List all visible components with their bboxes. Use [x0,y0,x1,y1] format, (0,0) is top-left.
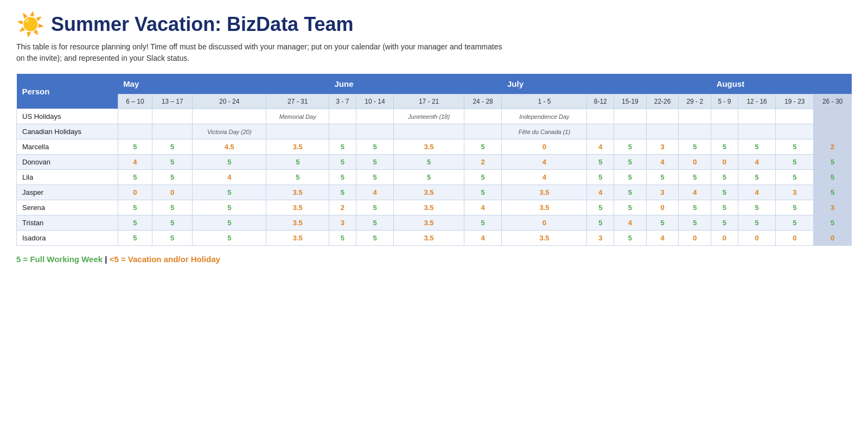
cell-donovan-6: 5 [394,155,464,170]
person-name-tristan: Tristan [17,215,118,231]
cell-donovan-10: 5 [614,155,647,170]
legend: 5 = Full Working Week | <5 = Vacation an… [16,255,852,264]
legend-partial: <5 = Vacation and/or Holiday [110,255,220,264]
cell-jasper-7: 5 [464,185,502,200]
cell-lila-0: 5 [118,170,152,185]
cell-donovan-13: 0 [711,155,738,170]
cell-jasper-11: 3 [646,185,679,200]
us-h-6 [356,109,394,124]
cell-tristan-8: 0 [502,215,587,231]
legend-separator: | [105,255,109,264]
person-row-serena: Serena5553.5253.543.555055553 [17,200,852,215]
cell-marcella-9: 4 [587,139,614,155]
ca-h-2 [152,124,193,139]
cell-serena-8: 3.5 [502,200,587,215]
week-17-21: 17 - 21 [394,94,464,109]
cell-lila-6: 5 [394,170,464,185]
cell-donovan-1: 5 [152,155,193,170]
week-15-19: 15-19 [614,94,647,109]
cell-isadora-7: 4 [464,231,502,246]
ca-h-5 [329,124,356,139]
person-row-donovan: Donovan45555552455400455 [17,155,852,170]
person-header: Person [17,74,118,109]
month-header-row: Person May June July August [17,74,852,94]
cell-jasper-10: 5 [614,185,647,200]
cell-tristan-4: 3 [329,215,356,231]
cell-tristan-1: 5 [152,215,193,231]
cell-jasper-8: 3.5 [502,185,587,200]
cell-lila-8: 4 [502,170,587,185]
cell-marcella-7: 5 [464,139,502,155]
cell-isadora-9: 3 [587,231,614,246]
cell-donovan-14: 4 [738,155,776,170]
cell-tristan-0: 5 [118,215,152,231]
us-h-2 [152,109,193,124]
cell-isadora-14: 0 [738,231,776,246]
cell-serena-4: 2 [329,200,356,215]
us-h-7: Juneteenth (18) [394,109,464,124]
week-20-24: 20 - 24 [193,94,266,109]
august-header: August [711,74,852,94]
cell-serena-10: 5 [614,200,647,215]
cell-jasper-4: 5 [329,185,356,200]
cell-jasper-5: 4 [356,185,394,200]
week-8-12: 8-12 [587,94,614,109]
ca-h-15 [738,124,776,139]
cell-jasper-1: 0 [152,185,193,200]
week-6-10: 6 – 10 [118,94,152,109]
us-h-5 [329,109,356,124]
cell-tristan-13: 5 [711,215,738,231]
legend-full: 5 = Full Working Week [16,255,103,264]
person-row-jasper: Jasper0053.5543.553.545345435 [17,185,852,200]
us-holidays-label: US Holidays [17,109,118,124]
cell-serena-0: 5 [118,200,152,215]
cell-serena-9: 5 [587,200,614,215]
page-header: ☀️ Summer Vacation: BizData Team [16,13,852,36]
cell-tristan-7: 5 [464,215,502,231]
cell-donovan-4: 5 [329,155,356,170]
person-row-tristan: Tristan5553.5353.55054555555 [17,215,852,231]
june-header: June [329,74,502,94]
person-name-jasper: Jasper [17,185,118,200]
cell-isadora-13: 0 [711,231,738,246]
week-26-30: 26 - 30 [814,94,852,109]
cell-marcella-14: 5 [738,139,776,155]
cell-lila-14: 5 [738,170,776,185]
us-h-1 [118,109,152,124]
cell-lila-3: 5 [266,170,329,185]
ca-h-14 [711,124,738,139]
table-body: US Holidays Memorial Day Juneteenth (18)… [17,109,852,246]
cell-tristan-9: 5 [587,215,614,231]
cell-marcella-1: 5 [152,139,193,155]
cell-isadora-16: 0 [814,231,852,246]
ca-h-4 [266,124,329,139]
cell-tristan-5: 5 [356,215,394,231]
cell-tristan-16: 5 [814,215,852,231]
cell-lila-4: 5 [329,170,356,185]
cell-isadora-3: 3.5 [266,231,329,246]
cell-marcella-13: 5 [711,139,738,155]
ca-h-7 [394,124,464,139]
person-row-lila: Lila55455555455555555 [17,170,852,185]
cell-jasper-6: 3.5 [394,185,464,200]
ca-h-11 [614,124,647,139]
cell-isadora-1: 5 [152,231,193,246]
cell-marcella-15: 5 [776,139,814,155]
cell-tristan-3: 3.5 [266,215,329,231]
cell-tristan-12: 5 [679,215,711,231]
cell-donovan-16: 5 [814,155,852,170]
cell-lila-11: 5 [646,170,679,185]
week-5-9: 5 - 9 [711,94,738,109]
cell-lila-5: 5 [356,170,394,185]
ca-h-16 [776,124,814,139]
cell-jasper-13: 5 [711,185,738,200]
person-row-isadora: Isadora5553.5553.543.535400000 [17,231,852,246]
cell-isadora-8: 3.5 [502,231,587,246]
cell-lila-15: 5 [776,170,814,185]
ca-h-10 [587,124,614,139]
cell-lila-12: 5 [679,170,711,185]
cell-lila-16: 5 [814,170,852,185]
cell-marcella-12: 5 [679,139,711,155]
cell-jasper-15: 3 [776,185,814,200]
cell-jasper-14: 4 [738,185,776,200]
